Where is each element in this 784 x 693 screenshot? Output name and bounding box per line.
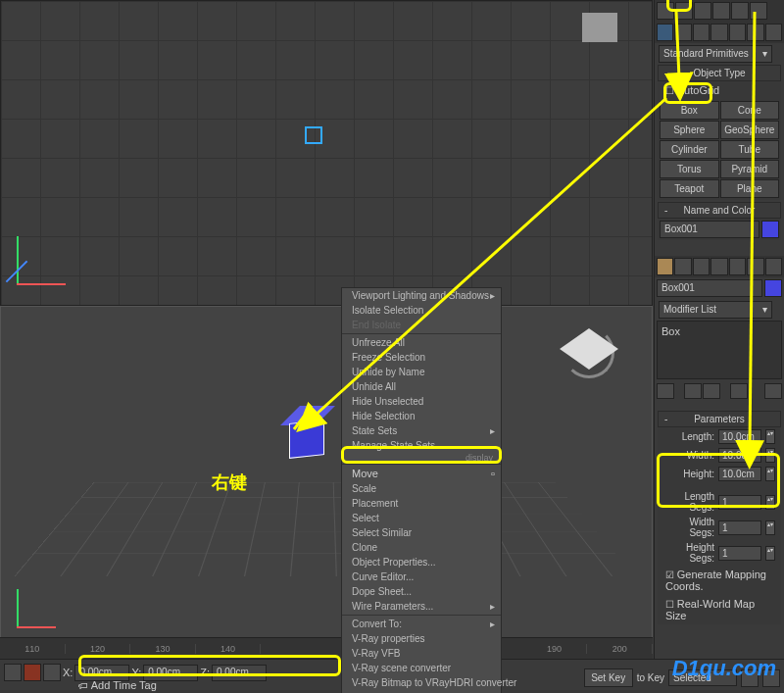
ctx-placement[interactable]: Placement	[342, 496, 501, 511]
modify-color-swatch[interactable]	[764, 279, 782, 297]
btn-geosphere[interactable]: GeoSphere	[720, 121, 780, 139]
modifier-stack[interactable]: Box	[657, 321, 782, 379]
btn-tube[interactable]: Tube	[720, 140, 780, 159]
viewport-top[interactable]	[0, 0, 653, 306]
ctx-vray-props[interactable]: V-Ray properties	[342, 631, 501, 646]
height-spinner[interactable]: ▴▾	[765, 467, 775, 481]
wseg-spinner[interactable]: ▴▾	[765, 520, 775, 535]
pin-stack-icon[interactable]	[657, 383, 674, 399]
length-spinner[interactable]: ▴▾	[765, 429, 775, 444]
ctx-vray-bitmap[interactable]: V-Ray Bitmap to VRayHDRI converter	[342, 675, 501, 690]
btn-pyramid[interactable]: Pyramid	[720, 160, 780, 178]
ctx-curve-editor[interactable]: Curve Editor...	[342, 569, 501, 584]
ctx-select-similar[interactable]: Select Similar	[342, 525, 501, 540]
box-object[interactable]	[289, 420, 324, 459]
cat-cameras[interactable]	[710, 24, 727, 41]
ctx-vray-scene-conv[interactable]: V-Ray scene converter	[342, 661, 501, 675]
ctx-hide-unsel[interactable]: Hide Unselected	[342, 394, 501, 409]
cat-space-warps[interactable]	[747, 24, 763, 41]
length-input[interactable]: 10.0cm	[718, 429, 761, 444]
mtab-6[interactable]	[747, 258, 763, 275]
btn-box[interactable]: Box	[660, 101, 719, 120]
rollout-name-color[interactable]: Name and Color	[658, 202, 781, 219]
ctx-vray-vfb[interactable]: V-Ray VFB	[342, 646, 501, 661]
btn-teapot[interactable]: Teapot	[660, 179, 719, 198]
ctx-manage-state[interactable]: Manage State Sets...	[342, 438, 501, 453]
tab-hierarchy[interactable]	[694, 2, 711, 20]
ctx-isolate[interactable]: Isolate Selection	[342, 303, 501, 318]
y-input[interactable]: 0.00cm	[143, 665, 198, 681]
primitive-type-combo[interactable]: Standard Primitives	[659, 45, 772, 63]
z-input[interactable]: 0.00cm	[212, 665, 267, 681]
viewcube[interactable]	[560, 323, 618, 382]
cat-geometry[interactable]	[657, 24, 673, 41]
lseg-spinner[interactable]: ▴▾	[765, 495, 775, 510]
cat-helpers[interactable]	[729, 24, 746, 41]
lseg-input[interactable]: 1	[718, 495, 761, 510]
ctx-hide-sel[interactable]: Hide Selection	[342, 409, 501, 423]
ctx-obj-props[interactable]: Object Properties...	[342, 555, 501, 569]
rollout-parameters[interactable]: Parameters	[658, 411, 781, 427]
remove-mod-icon[interactable]	[730, 383, 748, 399]
status-icon2[interactable]	[24, 664, 41, 681]
tab-utilities[interactable]	[750, 2, 767, 20]
tab-motion[interactable]	[712, 2, 730, 20]
lock-icon[interactable]	[43, 664, 61, 681]
cat-shapes[interactable]	[674, 24, 691, 41]
ctx-end-isolate: End Isolate	[342, 318, 501, 332]
ctx-unfreeze[interactable]: Unfreeze All	[342, 335, 501, 350]
cat-systems[interactable]	[765, 24, 782, 41]
x-input[interactable]: 0.00cm	[74, 665, 129, 681]
mtab-4[interactable]	[710, 258, 727, 275]
mtab-3[interactable]	[693, 258, 710, 275]
btn-cylinder[interactable]: Cylinder	[660, 140, 719, 159]
ctx-state-sets[interactable]: State Sets	[342, 423, 501, 438]
rollout-object-type[interactable]: Object Type	[658, 65, 781, 81]
height-input[interactable]: 10.0cm	[718, 467, 761, 481]
ctx-dope-sheet[interactable]: Dope Sheet...	[342, 584, 501, 599]
modify-name-input[interactable]: Box001	[657, 279, 762, 297]
gen-mapping-check[interactable]: ☑ Generate Mapping Coords.	[658, 566, 781, 595]
tab-create[interactable]	[657, 2, 674, 20]
viewcube-top[interactable]	[582, 13, 617, 42]
status-icon1[interactable]	[4, 664, 22, 681]
tab-display[interactable]	[731, 2, 749, 20]
timeline[interactable]: 110 120 130 140 190 200	[0, 637, 653, 659]
width-spinner[interactable]: ▴▾	[765, 448, 775, 463]
ctx-viewport-lighting[interactable]: Viewport Lighting and Shadows	[342, 288, 501, 303]
set-key-button[interactable]: Set Key	[584, 668, 633, 687]
ctx-freeze[interactable]: Freeze Selection	[342, 350, 501, 365]
wseg-input[interactable]: 1	[718, 520, 761, 535]
btn-plane[interactable]: Plane	[720, 179, 780, 198]
modifier-list-combo[interactable]: Modifier List	[659, 301, 772, 319]
mtab-2[interactable]	[674, 258, 691, 275]
real-world-check[interactable]: ☐ Real-World Map Size	[658, 595, 781, 624]
object-color-swatch[interactable]	[761, 221, 779, 238]
width-input[interactable]: 10.0cm	[718, 448, 761, 463]
cat-lights[interactable]	[693, 24, 710, 41]
ctx-clone[interactable]: Clone	[342, 540, 501, 555]
show-end-result-icon[interactable]	[684, 383, 702, 399]
mtab-7[interactable]	[765, 258, 782, 275]
ctx-scale[interactable]: Scale	[342, 481, 501, 496]
add-time-tag[interactable]: 🏷 Add Time Tag	[78, 679, 157, 691]
ctx-select[interactable]: Select	[342, 511, 501, 525]
btn-sphere[interactable]: Sphere	[660, 121, 719, 139]
mtab-5[interactable]	[729, 258, 746, 275]
configure-mod-icon[interactable]	[764, 383, 782, 399]
btn-cone[interactable]: Cone	[720, 101, 780, 120]
viewport-perspective[interactable]	[0, 306, 653, 659]
ctx-unhide-name[interactable]: Unhide by Name	[342, 365, 501, 379]
hseg-spinner[interactable]: ▴▾	[765, 546, 775, 561]
tab-modify[interactable]	[675, 2, 693, 20]
ctx-move[interactable]: Move▫	[342, 466, 501, 481]
mtab-1[interactable]	[657, 258, 673, 275]
autogrid-check[interactable]: ☐ AutoGrid	[658, 81, 781, 99]
ctx-wire-params[interactable]: Wire Parameters...	[342, 599, 501, 614]
hseg-input[interactable]: 1	[718, 546, 761, 561]
btn-torus[interactable]: Torus	[660, 160, 719, 178]
object-name-input[interactable]: Box001	[660, 221, 760, 238]
ctx-unhide-all[interactable]: Unhide All	[342, 379, 501, 394]
make-unique-icon[interactable]	[703, 383, 720, 399]
ctx-convert-to[interactable]: Convert To:	[342, 617, 501, 631]
